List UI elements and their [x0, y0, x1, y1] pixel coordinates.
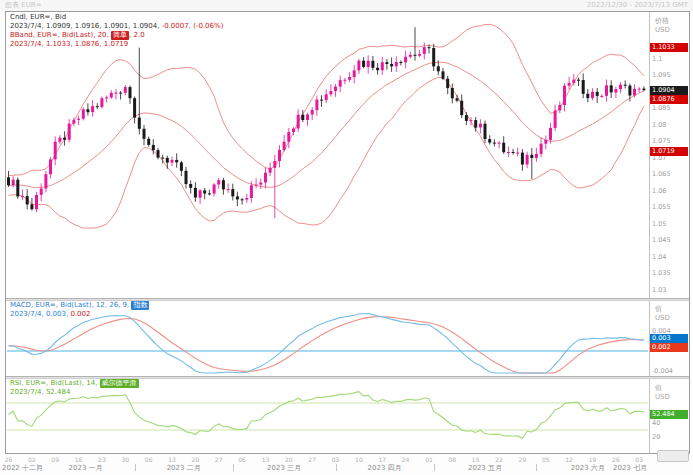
day-tick-label: 10 — [355, 456, 363, 463]
price-tick: 1.045 — [652, 236, 671, 244]
macd-signal-value: 0.002 — [68, 310, 90, 318]
day-tick-label: 20 — [192, 456, 200, 463]
month-label: 2023 二月 — [167, 463, 201, 473]
price-tick: 1.075 — [652, 137, 671, 145]
rsi-tick: 20 — [652, 433, 660, 441]
macd-axis-title: 值 USD — [655, 305, 670, 323]
month-separator — [336, 464, 337, 471]
price-tick: 1.1 — [652, 55, 662, 63]
bband-series-label: BBand, EUR=, Bid(Last), 20, — [10, 31, 111, 39]
legend-candle-series[interactable]: Cndl, EUR=, Bid — [10, 13, 223, 22]
month-label: 2023 四月 — [368, 463, 402, 473]
macd-lines — [7, 314, 648, 374]
month-label: 2023 六月 — [571, 463, 605, 473]
price-axis-unit: USD — [655, 26, 670, 35]
day-tick-label: 30 — [121, 456, 129, 463]
macd-tick: -0.004 — [652, 367, 673, 375]
legend-candle-values: 2023/7/4, 1.0909, 1.0916, 1.0901, 1.0904… — [10, 22, 223, 31]
bband-ma-type-chip: 简单 — [111, 31, 129, 40]
bband-series-suffix: , 2.0 — [129, 31, 145, 39]
macd-axis-unit: USD — [655, 314, 670, 323]
price-tick: 1.06 — [652, 187, 666, 195]
rsi-axis-label: 值 — [655, 384, 670, 393]
macd-axis-label: 值 — [655, 305, 670, 314]
month-separator — [135, 464, 136, 471]
rsi-tick: 40 — [652, 419, 660, 427]
legend-bband-values: 2023/7/4, 1.1033, 1.0876, 1.0719 — [10, 40, 223, 49]
rsi-axis-unit: USD — [655, 393, 670, 402]
macd-ma-type-chip: 指数 — [131, 301, 149, 310]
price-tick: 1.08 — [652, 121, 666, 129]
price-tick: 1.055 — [652, 203, 671, 211]
macd-series-label: MACD, EUR=, Bid(Last), 12, 26, 9, — [10, 301, 131, 309]
price-axis-label: 价格 — [655, 17, 670, 26]
month-separator — [233, 464, 234, 471]
month-label: 2023 三月 — [267, 463, 301, 473]
candle-ohlc-values: 2023/7/4, 1.0909, 1.0916, 1.0901, 1.0904… — [10, 22, 159, 30]
month-separator — [434, 464, 435, 471]
day-tick-label: 06 — [238, 456, 246, 463]
legend-rsi-values: 2023/7/4, 52.484 — [10, 388, 139, 397]
month-separator — [639, 464, 640, 471]
chart-plot-area[interactable] — [0, 0, 693, 475]
day-tick-label: 24 — [402, 456, 410, 463]
day-tick-label: 01 — [425, 456, 433, 463]
day-tick-label: 03 — [635, 456, 643, 463]
bollinger-bands — [9, 24, 644, 228]
price-tick: 1.065 — [652, 170, 671, 178]
day-tick-label: 26 — [5, 456, 13, 463]
price-tick: 1.095 — [652, 71, 671, 79]
day-tick-label: 09 — [51, 456, 59, 463]
month-separator — [37, 464, 38, 471]
day-tick-label: 20 — [285, 456, 293, 463]
price-badge-band: 1.0719 — [650, 147, 688, 156]
day-tick-label: 13 — [262, 456, 270, 463]
rsi-smoothing-chip: 威尔德平滑 — [100, 379, 139, 388]
macd-value: 2023/7/4, 0.003, — [10, 310, 68, 318]
price-badge-last: 1.0904 — [650, 86, 688, 95]
macd-badge: 0.003 — [650, 334, 688, 343]
day-tick-label: 08 — [448, 456, 456, 463]
axis-corner-control[interactable] — [657, 450, 689, 462]
month-label: 2023 五月 — [468, 463, 502, 473]
month-label: 2023 一月 — [69, 463, 103, 473]
day-tick-label: 15 — [472, 456, 480, 463]
legend-bband-series[interactable]: BBand, EUR=, Bid(Last), 20, 简单, 2.0 — [10, 31, 223, 40]
price-axis-title: 价格 USD — [655, 17, 670, 35]
rsi-line — [7, 392, 648, 439]
price-tick: 1.04 — [652, 253, 666, 261]
day-tick-label: 27 — [215, 456, 223, 463]
legend-macd-values: 2023/7/4, 0.003, 0.002 — [10, 310, 149, 319]
price-tick: 1.035 — [652, 269, 671, 277]
rsi-series-label: RSI, EUR=, Bid(Last), 14, — [10, 379, 100, 387]
price-badge-band: 1.1033 — [650, 43, 688, 52]
rsi-badge: 52.484 — [650, 410, 688, 419]
price-tick: 1.03 — [652, 286, 666, 294]
day-tick-label: 19 — [589, 456, 597, 463]
day-tick-label: 03 — [332, 456, 340, 463]
price-tick: 1.085 — [652, 104, 671, 112]
candle-change-value: -0.0007, (-0.06%) — [159, 22, 223, 30]
price-tick: 1.05 — [652, 220, 666, 228]
day-tick-label: 17 — [378, 456, 386, 463]
macd-signal-badge: 0.002 — [650, 343, 688, 352]
day-tick-label: 22 — [495, 456, 503, 463]
day-tick-label: 23 — [98, 456, 106, 463]
day-tick-label: 02 — [28, 456, 36, 463]
legend-macd-series[interactable]: MACD, EUR=, Bid(Last), 12, 26, 9, 指数 — [10, 301, 149, 310]
day-tick-label: 29 — [519, 456, 527, 463]
price-badge-band: 1.0876 — [650, 95, 688, 104]
day-tick-label: 16 — [75, 456, 83, 463]
day-tick-label: 13 — [168, 456, 176, 463]
month-separator — [536, 464, 537, 471]
day-tick-label: 26 — [612, 456, 620, 463]
day-tick-label: 05 — [542, 456, 550, 463]
legend-rsi-series[interactable]: RSI, EUR=, Bid(Last), 14, 威尔德平滑 — [10, 379, 139, 388]
rsi-axis-title: 值 USD — [655, 384, 670, 402]
day-tick-label: 27 — [308, 456, 316, 463]
day-tick-label: 06 — [145, 456, 153, 463]
month-label: 2023 七月 — [613, 463, 647, 473]
candlesticks — [7, 27, 645, 218]
day-tick-label: 12 — [565, 456, 573, 463]
